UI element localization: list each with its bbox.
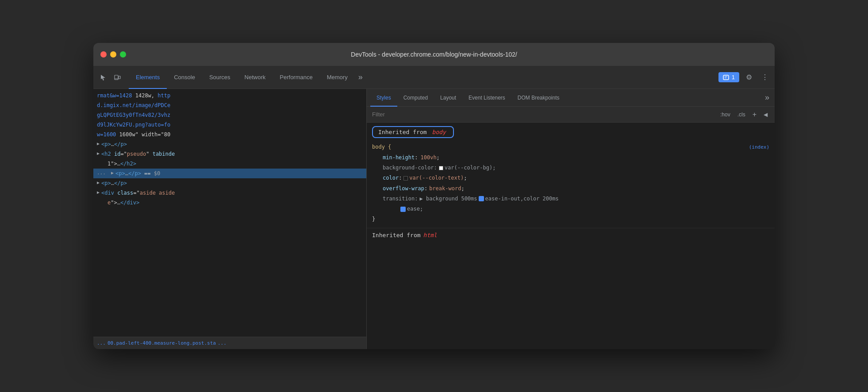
ease-checkbox-2[interactable]: [400, 207, 406, 212]
toolbar-icons: [97, 71, 123, 84]
dom-row: d.imgix.net/image/dPDCe: [93, 100, 366, 110]
breadcrumb-item[interactable]: ...: [97, 340, 106, 346]
expand-arrow[interactable]: ▶: [97, 179, 100, 186]
more-options-icon[interactable]: ⋮: [759, 71, 771, 84]
css-source-link[interactable]: (index): [749, 142, 769, 152]
filter-actions: :hov .cls + ◀: [718, 110, 769, 119]
css-property-line: color : var(--color-text) ;: [372, 173, 769, 183]
color-swatch[interactable]: [439, 166, 443, 170]
svg-rect-1: [119, 76, 120, 79]
tab-event-listeners[interactable]: Event Listeners: [462, 89, 511, 107]
dom-panel: rmat&w=1428 1428w, http d.imgix.net/imag…: [93, 89, 367, 349]
add-style-button[interactable]: +: [751, 110, 758, 119]
ellipsis: ...: [97, 169, 108, 177]
devtools-container: Elements Console Sources Network Perform…: [93, 66, 775, 349]
css-property-line: ease ;: [372, 204, 769, 214]
maximize-button[interactable]: [120, 51, 126, 58]
dom-row: d9lJKcYw2FU.png?auto=fo: [93, 120, 366, 130]
expand-arrow[interactable]: ▶: [111, 169, 114, 176]
inherited-html-header: Inherited from html: [367, 228, 775, 240]
dom-row: ▶ <div class="aside aside: [93, 188, 366, 198]
hov-button[interactable]: :hov: [718, 111, 732, 119]
dom-row: ▶ <h2 id="pseudo" tabinde: [93, 149, 366, 159]
issues-badge-button[interactable]: 1: [718, 72, 739, 82]
dom-row: ▶ <p>…</p>: [93, 178, 366, 188]
device-mode-icon[interactable]: [111, 71, 123, 84]
dom-row: e">…</div>: [93, 198, 366, 208]
dom-row: w=1600 1600w" width="80: [93, 130, 366, 139]
dom-row: ▶ <p>…</p>: [93, 139, 366, 149]
breadcrumb-item[interactable]: ...: [218, 340, 227, 346]
breadcrumb-item[interactable]: 00.pad-left-400.measure-long.post.sta: [108, 340, 216, 346]
expand-arrow[interactable]: ▶: [97, 150, 100, 157]
devtools-window: DevTools - developer.chrome.com/blog/new…: [93, 43, 775, 349]
settings-icon[interactable]: ⚙: [743, 71, 755, 84]
dom-row-selected[interactable]: ... ▶ <p>…</p> == $0: [93, 169, 366, 178]
css-rule-block: body { (index) min-height : 100vh ;: [367, 141, 775, 228]
tab-computed[interactable]: Computed: [397, 89, 434, 107]
main-tab-bar: Elements Console Sources Network Perform…: [129, 66, 718, 88]
css-selector[interactable]: body {: [372, 144, 391, 150]
inherited-html-tag[interactable]: html: [423, 232, 437, 238]
css-property-line: transition : ▶ background 500ms ease-in-…: [372, 194, 769, 204]
window-title: DevTools - developer.chrome.com/blog/new…: [351, 51, 517, 58]
tab-sources[interactable]: Sources: [202, 66, 238, 89]
css-property-line: min-height : 100vh ;: [372, 153, 769, 163]
tab-memory[interactable]: Memory: [320, 66, 355, 89]
more-styles-tabs-icon[interactable]: »: [763, 93, 771, 102]
tab-dom-breakpoints[interactable]: DOM Breakpoints: [511, 89, 566, 107]
collapse-panel-icon[interactable]: ◀: [762, 111, 769, 119]
issues-count: 1: [732, 74, 735, 81]
close-button[interactable]: [100, 51, 107, 58]
tab-styles[interactable]: Styles: [370, 89, 397, 107]
css-property-line: overflow-wrap : break-word ;: [372, 184, 769, 194]
main-content: rmat&w=1428 1428w, http d.imgix.net/imag…: [93, 89, 775, 349]
filter-input[interactable]: [372, 111, 718, 118]
css-property-line: background-color : var(--color-bg) ;: [372, 163, 769, 173]
dom-row: gLQPGtEG3y0fTn4v82/3vhz: [93, 110, 366, 120]
dom-row: 1">…</h2>: [93, 159, 366, 169]
expand-arrow[interactable]: ▶: [97, 189, 100, 196]
tab-console[interactable]: Console: [167, 66, 202, 89]
ease-checkbox[interactable]: [479, 196, 484, 201]
inherited-element-tag[interactable]: body: [432, 129, 446, 135]
cls-button[interactable]: .cls: [736, 111, 747, 119]
inherited-html-label: Inherited from: [372, 232, 421, 238]
titlebar: DevTools - developer.chrome.com/blog/new…: [93, 43, 775, 66]
inherited-label: Inherited from: [378, 129, 427, 135]
styles-tab-bar: Styles Computed Layout Event Listeners D…: [367, 89, 775, 107]
inherited-from-header: Inherited from body: [367, 123, 775, 141]
tab-layout[interactable]: Layout: [434, 89, 462, 107]
css-closing-brace: }: [372, 214, 769, 224]
styles-panel: Styles Computed Layout Event Listeners D…: [367, 89, 775, 349]
tab-network[interactable]: Network: [238, 66, 273, 89]
more-tabs-button[interactable]: »: [355, 73, 366, 82]
styles-content: Inherited from body body { (index) min-h…: [367, 123, 775, 349]
expand-arrow[interactable]: ▶: [97, 140, 100, 147]
tab-elements[interactable]: Elements: [129, 66, 167, 89]
toolbar-right: 1 ⚙ ⋮: [718, 71, 771, 84]
inherited-box: Inherited from body: [372, 126, 454, 138]
breadcrumb-bar: ... 00.pad-left-400.measure-long.post.st…: [93, 337, 366, 349]
dom-row: rmat&w=1428 1428w, http: [93, 91, 366, 100]
traffic-lights: [100, 51, 126, 58]
tab-performance[interactable]: Performance: [273, 66, 319, 89]
minimize-button[interactable]: [110, 51, 116, 58]
svg-rect-3: [723, 75, 729, 80]
dom-tree: rmat&w=1428 1428w, http d.imgix.net/imag…: [93, 89, 366, 337]
filter-bar: :hov .cls + ◀: [367, 107, 775, 123]
select-element-icon[interactable]: [97, 71, 109, 84]
top-toolbar: Elements Console Sources Network Perform…: [93, 66, 775, 89]
color-swatch[interactable]: [403, 176, 408, 181]
